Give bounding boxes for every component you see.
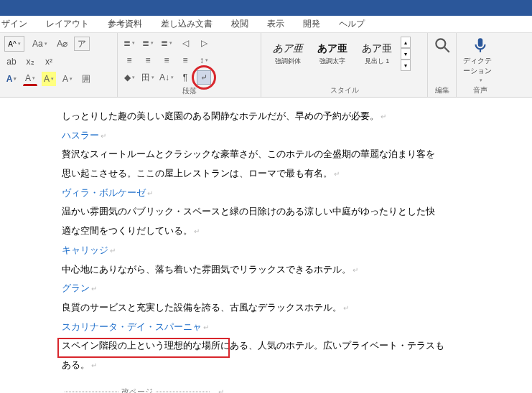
- sort-button[interactable]: A↓: [159, 70, 174, 85]
- microphone-icon: [471, 36, 490, 55]
- title-bar: [0, 0, 532, 16]
- align-right-button[interactable]: ≡: [159, 53, 174, 67]
- superscript-button[interactable]: x²: [42, 55, 56, 69]
- subscript-button[interactable]: x₂: [23, 55, 37, 69]
- body-text[interactable]: スペイン階段の上という理想的な場所にある、人気のホテル。広いプライベート・テラス…: [62, 337, 532, 355]
- body-text[interactable]: 贅沢なスィートルームとクラシックな豪華さが、このホテルの全盛期の華麗な泊まり客を: [62, 146, 532, 164]
- decrease-indent-button[interactable]: ◁: [178, 36, 192, 50]
- body-text[interactable]: 温かい雰囲気のパブリック・スペースと緑の日除けのある涼しい中庭がゆったりとした快: [62, 203, 532, 221]
- bullets-button[interactable]: ≣: [122, 36, 136, 50]
- body-text[interactable]: しっとりした趣の美しい庭園のある閑静なホテルだが、早めの予約が必要。↵: [62, 108, 532, 126]
- tab-help[interactable]: ヘルプ: [337, 15, 366, 33]
- styles-more-button[interactable]: ▾: [401, 60, 411, 71]
- tab-dev[interactable]: 開発: [302, 15, 322, 33]
- increase-indent-button[interactable]: ▷: [197, 36, 211, 50]
- style-item-heading1[interactable]: あア亜 見出し 1: [355, 36, 399, 72]
- ribbon-tabs: ザイン レイアウト 参考資料 差し込み文書 校閲 表示 開発 ヘルプ: [0, 16, 532, 33]
- group-label-styles: スタイル: [266, 85, 423, 95]
- body-text[interactable]: ある。↵: [62, 356, 532, 374]
- group-paragraph: ≣ ≣ ≣ ◁ ▷ ≡ ≡ ≡ ≡ ↕ ◆ 田 A↓ ¶ ⤶: [118, 33, 261, 97]
- group-label-paragraph: 段落: [122, 86, 256, 96]
- svg-rect-2: [478, 38, 483, 47]
- highlight-button[interactable]: A: [42, 72, 56, 86]
- char-border-button[interactable]: 囲: [79, 72, 93, 86]
- style-name: 見出し 1: [365, 57, 390, 66]
- style-item-em-bold[interactable]: あア亜 強調太字: [310, 36, 355, 72]
- grow-font-button[interactable]: A^: [4, 36, 24, 52]
- style-item-em-italic[interactable]: あア亜 強調斜体: [266, 36, 310, 72]
- styles-down-button[interactable]: ▾: [401, 48, 411, 60]
- editing-button[interactable]: [425, 36, 459, 55]
- tab-layout[interactable]: レイアウト: [45, 15, 90, 33]
- shading-button[interactable]: ◆: [122, 70, 136, 85]
- page-break-marker[interactable]: 改ページ ↵: [62, 384, 532, 393]
- para-mark-icon: ↵: [218, 385, 224, 393]
- group-styles: あア亜 強調斜体 あア亜 強調太字 あア亜 見出し 1 ▴ ▾ ▾ スタイル: [261, 33, 428, 97]
- dictation-button[interactable]: ディクテーション: [463, 36, 498, 83]
- page-break-button[interactable]: ⤶: [197, 70, 211, 85]
- tab-design[interactable]: ザイン: [0, 15, 29, 33]
- style-sample: あア亜: [273, 42, 303, 55]
- page-break-label: 改ページ: [121, 384, 153, 393]
- tab-mailings[interactable]: 差し込み文書: [159, 15, 214, 33]
- styles-up-button[interactable]: ▴: [401, 37, 411, 48]
- style-sample: あア亜: [317, 42, 347, 55]
- font-color-button[interactable]: A: [4, 72, 19, 86]
- group-label-voice: 音声: [473, 85, 487, 95]
- group-editing: 編集: [428, 33, 457, 97]
- phonetic-guide-button[interactable]: ア: [74, 37, 90, 51]
- search-icon: [433, 36, 452, 55]
- group-voice: ディクテーション 音声: [457, 33, 504, 97]
- body-text[interactable]: 適な空間をつくりだしている。↵: [62, 222, 532, 240]
- hotel-link-gran[interactable]: グラン↵: [62, 280, 532, 298]
- hotel-link-hassler[interactable]: ハスラー↵: [62, 127, 532, 145]
- line-spacing-button[interactable]: ↕: [197, 53, 211, 67]
- body-text[interactable]: 中心地にありながら、落ち着いた雰囲気でリラックスできるホテル。↵: [62, 261, 532, 279]
- justify-button[interactable]: ≡: [178, 53, 192, 67]
- body-text[interactable]: 思い起こさせる。ここの屋上レストランは、ローマで最も有名。↵: [62, 165, 532, 183]
- hotel-link-carriage[interactable]: キャリッジ↵: [62, 242, 532, 260]
- numbering-button[interactable]: ≣: [141, 36, 155, 50]
- change-case-button[interactable]: Aa: [29, 37, 51, 51]
- tab-review[interactable]: 校閲: [230, 15, 250, 33]
- tab-ref[interactable]: 参考資料: [106, 15, 144, 33]
- style-sample: あア亜: [362, 42, 392, 55]
- body-text[interactable]: 良質のサービスと充実した設備を誇る、古風なデラックスホテル。↵: [62, 299, 532, 317]
- align-left-button[interactable]: ≡: [122, 53, 136, 67]
- dictation-label: ディクテーション: [463, 56, 498, 76]
- clear-format-button[interactable]: A⌀: [55, 37, 70, 51]
- styles-gallery-controls: ▴ ▾ ▾: [401, 37, 411, 71]
- document-body[interactable]: しっとりした趣の美しい庭園のある閑静なホテルだが、早めの予約が必要。↵ ハスラー…: [0, 98, 532, 393]
- strike-button[interactable]: ab: [4, 55, 19, 69]
- svg-line-1: [444, 47, 449, 52]
- hotel-link-villa[interactable]: ヴィラ・ボルケーゼ↵: [62, 184, 532, 202]
- multilist-button[interactable]: ≣: [159, 36, 174, 50]
- show-marks-button[interactable]: ¶: [178, 70, 192, 85]
- ribbon: A^ Aa A⌀ ア ab x₂ x² A A A A 囲 ≣: [0, 33, 532, 98]
- svg-point-0: [436, 39, 445, 48]
- text-effects-button[interactable]: A: [60, 72, 75, 86]
- group-font: A^ Aa A⌀ ア ab x₂ x² A A A A 囲: [0, 33, 118, 97]
- align-center-button[interactable]: ≡: [141, 53, 155, 67]
- style-name: 強調太字: [319, 57, 345, 66]
- borders-button[interactable]: 田: [141, 70, 155, 85]
- hotel-link-scalinata[interactable]: スカリナータ・デイ・スパーニャ↵: [62, 318, 532, 336]
- font-color2-button[interactable]: A: [23, 72, 37, 86]
- para-mark-icon: ↵: [381, 113, 386, 120]
- tab-view[interactable]: 表示: [266, 15, 286, 33]
- style-name: 強調斜体: [275, 57, 301, 66]
- group-label-editing: 編集: [435, 85, 449, 95]
